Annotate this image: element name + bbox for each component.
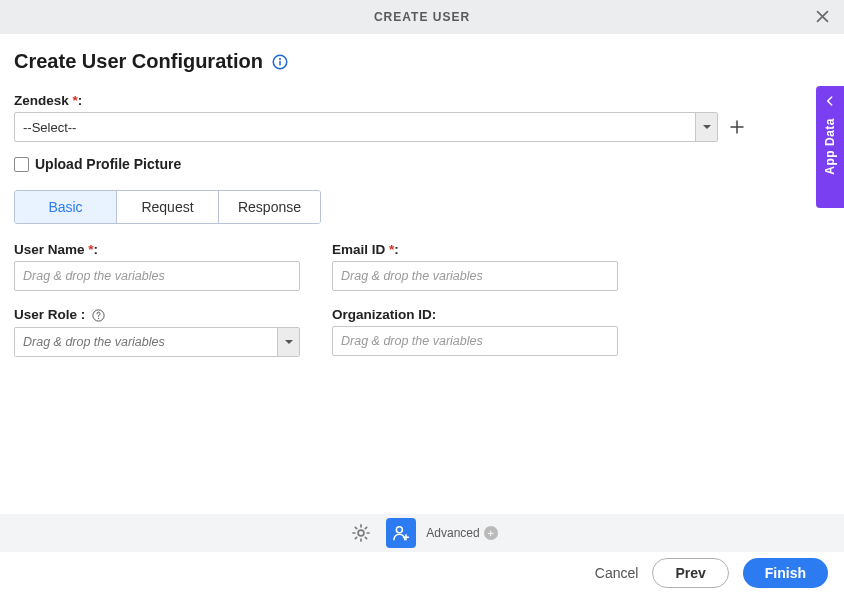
chevron-left-icon: [823, 94, 837, 108]
app-data-label: App Data: [823, 118, 837, 175]
plus-circle-icon: +: [484, 526, 498, 540]
svg-point-6: [397, 527, 403, 533]
zendesk-select[interactable]: --Select--: [14, 112, 718, 142]
dialog-title: CREATE USER: [374, 10, 470, 24]
userrole-select-arrow[interactable]: [277, 328, 299, 356]
svg-rect-2: [279, 60, 281, 65]
prev-button[interactable]: Prev: [652, 558, 728, 588]
tab-request[interactable]: Request: [117, 191, 219, 223]
username-label: User Name *:: [14, 242, 300, 257]
basic-form: User Name *: Email ID *: User Role : Org…: [14, 242, 830, 357]
close-button[interactable]: [812, 6, 832, 26]
config-tabs: Basic Request Response: [14, 190, 321, 224]
userrole-label: User Role :: [14, 307, 300, 323]
username-input[interactable]: [14, 261, 300, 291]
dialog-footer: Cancel Prev Finish: [0, 552, 844, 594]
gear-icon: [350, 522, 372, 544]
dialog-header: CREATE USER: [0, 0, 844, 34]
zendesk-select-arrow[interactable]: [695, 113, 717, 141]
user-plus-icon: [391, 523, 411, 543]
finish-button[interactable]: Finish: [743, 558, 828, 588]
info-icon[interactable]: [271, 53, 289, 71]
orgid-input[interactable]: [332, 326, 618, 356]
add-zendesk-button[interactable]: [728, 118, 746, 136]
orgid-label: Organization ID:: [332, 307, 618, 322]
zendesk-label: Zendesk *:: [14, 93, 830, 108]
svg-point-4: [98, 318, 99, 319]
page-title: Create User Configuration: [14, 50, 263, 73]
email-input[interactable]: [332, 261, 618, 291]
advanced-label: Advanced: [426, 526, 479, 540]
svg-point-1: [279, 57, 281, 59]
cancel-button[interactable]: Cancel: [595, 565, 639, 581]
plus-icon: [728, 118, 746, 136]
tab-response[interactable]: Response: [219, 191, 320, 223]
tab-basic[interactable]: Basic: [15, 191, 117, 223]
upload-profile-picture-label: Upload Profile Picture: [35, 156, 181, 172]
userrole-select[interactable]: [14, 327, 300, 357]
email-label: Email ID *:: [332, 242, 618, 257]
app-data-panel-toggle[interactable]: App Data: [816, 86, 844, 208]
config-toolbar: Advanced +: [0, 514, 844, 552]
advanced-toggle[interactable]: Advanced +: [426, 526, 497, 540]
caret-down-icon: [284, 337, 294, 347]
svg-point-5: [358, 530, 364, 536]
zendesk-select-value: --Select--: [15, 113, 695, 141]
create-user-button[interactable]: [386, 518, 416, 548]
upload-profile-picture-checkbox[interactable]: [14, 157, 29, 172]
settings-button[interactable]: [346, 518, 376, 548]
userrole-input[interactable]: [15, 328, 277, 356]
close-icon: [814, 8, 831, 25]
dialog-body: Create User Configuration App Data Zende…: [0, 34, 844, 514]
caret-down-icon: [702, 122, 712, 132]
help-icon[interactable]: [91, 308, 106, 323]
